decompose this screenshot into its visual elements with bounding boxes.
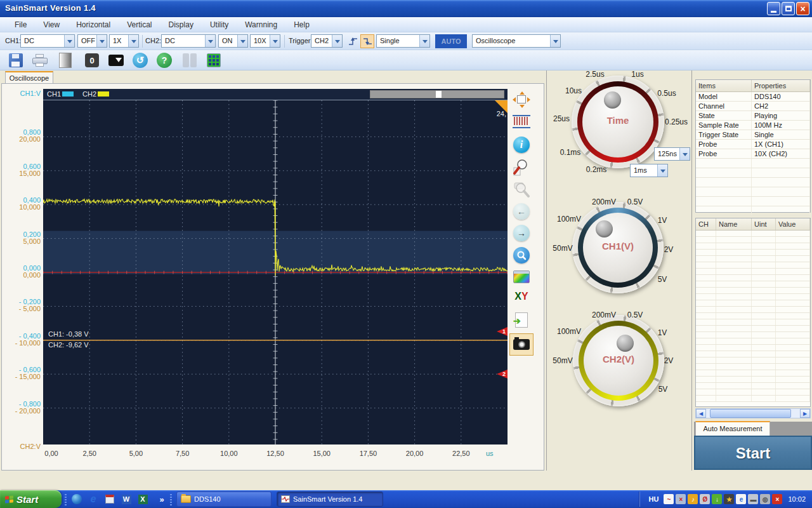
chevron-down-icon[interactable] <box>237 35 247 47</box>
help-button[interactable]: ? <box>156 52 173 69</box>
measurement-scrollbar[interactable]: ◀ ▶ <box>695 408 811 418</box>
start-button[interactable]: Start <box>694 436 812 470</box>
hardware-tray-icon[interactable]: ◎ <box>760 494 770 504</box>
excel-icon[interactable]: X <box>137 493 148 505</box>
chevron-down-icon[interactable] <box>96 35 107 47</box>
palette-button[interactable] <box>509 271 534 283</box>
chevron-down-icon[interactable] <box>419 35 429 47</box>
ie-doc-tray-icon[interactable]: e <box>736 494 746 504</box>
floppy-icon <box>9 53 23 67</box>
volume-tray-icon[interactable]: ♪ <box>688 494 698 504</box>
blocked-tray-icon[interactable]: Ø <box>700 494 710 504</box>
menu-vertical[interactable]: Vertical <box>119 18 160 31</box>
overflow-chevron[interactable]: » <box>156 493 167 505</box>
record-button[interactable] <box>108 52 124 69</box>
measurement-row <box>696 389 810 396</box>
measurement-row <box>696 351 810 358</box>
ch2-coupling-select[interactable]: DC <box>161 34 216 48</box>
snapshot-button[interactable] <box>509 333 534 356</box>
menu-display[interactable]: Display <box>160 18 202 31</box>
ch2-volts-knob[interactable]: CH2(V) <box>573 315 664 406</box>
zoom-in-button[interactable] <box>509 159 534 177</box>
scope-tray-icon[interactable]: ~ <box>664 494 674 504</box>
trigger-rising-edge-button[interactable] <box>346 34 360 48</box>
trigger-source-select[interactable]: CH2 <box>311 34 343 48</box>
chevron-down-icon[interactable] <box>657 164 667 177</box>
menu-help[interactable]: Help <box>285 18 318 31</box>
network-offline-tray-icon[interactable]: × <box>676 494 686 504</box>
chevron-down-icon[interactable] <box>128 35 138 47</box>
ch1-probe-select[interactable]: 1X <box>109 34 139 48</box>
trigger-falling-edge-button[interactable] <box>360 34 374 48</box>
language-indicator[interactable]: HU <box>644 493 664 505</box>
sampling-comb-button[interactable] <box>509 114 534 130</box>
fit-screen-button[interactable] <box>509 92 534 107</box>
columns-button[interactable] <box>181 52 198 69</box>
device-mode-select[interactable]: Oscilloscope <box>472 34 561 48</box>
menu-file[interactable]: File <box>6 18 35 31</box>
chevron-down-icon[interactable] <box>332 35 342 47</box>
ch2-dial-value: 50mV <box>553 356 572 365</box>
time-knob[interactable]: Time <box>572 76 664 168</box>
maximize-button[interactable] <box>782 2 795 15</box>
update-tray-icon[interactable]: ↓ <box>712 494 722 504</box>
task-button-dds140[interactable]: DDS140 <box>176 491 272 507</box>
timebase-coarse-select[interactable]: 1ms <box>630 164 668 177</box>
search-button[interactable] <box>509 247 534 264</box>
chevron-down-icon[interactable] <box>205 35 215 47</box>
ch1-coupling-select[interactable]: DC <box>20 34 75 48</box>
zoom-out-button[interactable] <box>509 181 534 199</box>
timebase-fine-select[interactable]: 125ns <box>654 147 690 161</box>
scrollbar-track[interactable] <box>706 409 800 418</box>
counter-button[interactable]: 0 <box>84 52 100 69</box>
clock[interactable]: 10:02 <box>788 495 806 503</box>
tab-auto-measurement[interactable]: Auto Measurement <box>695 421 770 436</box>
menu-horizontal[interactable]: Horizontal <box>68 18 119 31</box>
program-tray-icon[interactable]: ★ <box>724 494 734 504</box>
chevron-down-icon[interactable] <box>550 35 560 47</box>
save-button[interactable] <box>8 52 24 69</box>
print-button[interactable] <box>32 52 48 69</box>
export-button[interactable] <box>509 312 534 328</box>
close-button[interactable]: × <box>796 2 809 15</box>
scrollbar-thumb[interactable] <box>710 409 791 418</box>
ch2-display-select[interactable]: ON <box>218 34 248 48</box>
waveform-plot[interactable]: 24, 1 2 CH1: -0,38 V CH2: -9,62 V <box>43 100 508 444</box>
ch2-probe-select[interactable]: 10X <box>250 34 280 48</box>
x-axis-unit: us <box>486 450 494 457</box>
scroll-left-icon[interactable]: ◀ <box>696 409 706 418</box>
start-menu-button[interactable]: Start <box>0 490 62 508</box>
grid-button[interactable] <box>206 52 222 69</box>
ch1-display-select[interactable]: OFF <box>77 34 107 48</box>
forward-button[interactable]: → <box>509 225 534 241</box>
measurement-row <box>696 237 810 243</box>
floppy-quick-icon[interactable] <box>104 493 115 505</box>
display-tray-icon[interactable]: ▬ <box>748 494 758 504</box>
menu-utility[interactable]: Utility <box>202 18 237 31</box>
security-tray-icon[interactable]: × <box>772 494 782 504</box>
chevron-down-icon[interactable] <box>64 35 74 47</box>
ch2-knob-indicator <box>617 335 634 352</box>
scroll-right-icon[interactable]: ▶ <box>800 409 810 418</box>
task-button-sainsmart[interactable]: SainSmart Version 1.4 <box>277 491 383 507</box>
info-button[interactable]: i <box>509 137 534 153</box>
minimize-button[interactable] <box>767 2 780 15</box>
ch2-dial-value: 2V <box>664 356 674 365</box>
auto-button[interactable]: AUTO <box>435 34 467 48</box>
chevron-down-icon[interactable] <box>270 35 280 47</box>
word-icon[interactable]: W <box>121 493 132 505</box>
xy-mode-button[interactable]: XY <box>509 291 534 302</box>
back-button[interactable]: ← <box>509 203 534 220</box>
tab-oscilloscope[interactable]: Oscilloscope <box>5 71 53 84</box>
browser-e-icon[interactable]: e <box>88 493 99 505</box>
menu-view[interactable]: View <box>35 18 68 31</box>
horizontal-position-scrollbar[interactable] <box>370 90 504 98</box>
scrollbar-thumb[interactable] <box>436 91 442 98</box>
internet-icon[interactable] <box>71 493 82 505</box>
chevron-down-icon[interactable] <box>679 148 690 160</box>
trigger-mode-select[interactable]: Single <box>376 34 430 48</box>
ch1-volts-knob[interactable]: CH1(V) <box>572 202 664 293</box>
menu-warnning[interactable]: Warnning <box>237 18 285 31</box>
refresh-button[interactable]: ↺ <box>132 52 148 69</box>
background-button[interactable] <box>57 52 74 69</box>
